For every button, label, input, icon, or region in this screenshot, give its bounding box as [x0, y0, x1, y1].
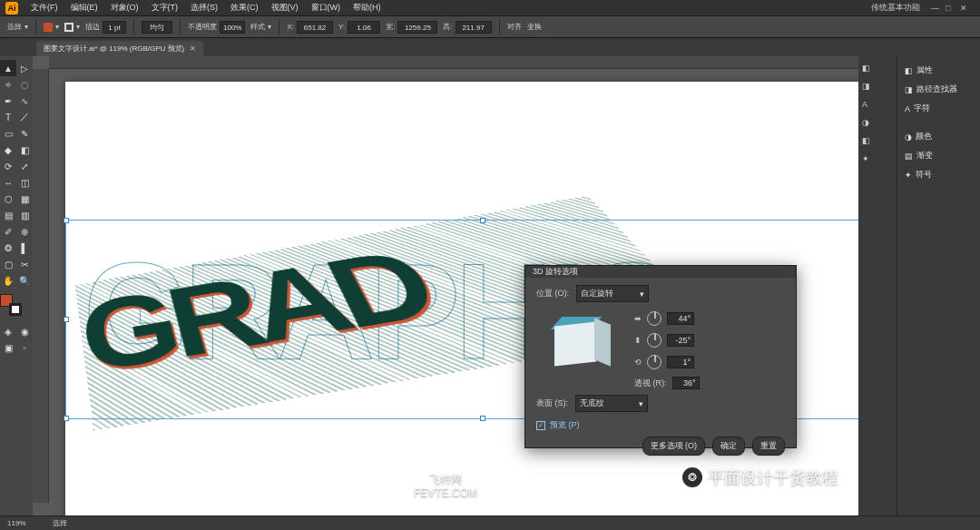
- menu-window[interactable]: 窗口(W): [306, 0, 347, 15]
- z-angle-input[interactable]: 1°: [667, 356, 694, 368]
- width-tool[interactable]: ↔: [0, 174, 16, 191]
- panel-icon-properties[interactable]: ◧: [858, 60, 897, 76]
- stroke-swatch[interactable]: [64, 23, 74, 32]
- rectangle-tool[interactable]: ▭: [0, 125, 16, 142]
- gradient-tool[interactable]: ▥: [16, 207, 33, 223]
- 3d-cube-preview[interactable]: [544, 311, 616, 384]
- type-tool[interactable]: T: [0, 109, 16, 125]
- reset-button[interactable]: 重置: [752, 437, 785, 456]
- dialog-titlebar[interactable]: 3D 旋转选项: [525, 266, 796, 278]
- horizontal-ruler[interactable]: [49, 56, 858, 69]
- handle-b[interactable]: [480, 416, 485, 421]
- status-info: 选择: [53, 518, 67, 528]
- menu-type[interactable]: 文字(T): [146, 0, 184, 15]
- curvature-tool[interactable]: ∿: [16, 93, 33, 109]
- opacity-input[interactable]: 100%: [220, 21, 245, 34]
- free-transform-tool[interactable]: ◫: [16, 174, 33, 191]
- panel-pathfinder[interactable]: ◨路径查找器: [903, 81, 975, 98]
- menu-object[interactable]: 对象(O): [105, 0, 144, 15]
- draw-normal-mode[interactable]: ◈: [0, 323, 16, 339]
- selection-tool[interactable]: ▲: [0, 60, 16, 76]
- ok-button[interactable]: 确定: [712, 437, 745, 456]
- surface-select[interactable]: 无底纹▾: [575, 395, 648, 412]
- brush-tool[interactable]: ✎: [16, 125, 33, 142]
- direct-selection-tool[interactable]: ▷: [16, 60, 33, 76]
- panel-character[interactable]: A字符: [903, 100, 975, 117]
- perspective-input[interactable]: 36°: [672, 377, 700, 389]
- panel-icon-character[interactable]: A: [858, 96, 897, 113]
- screen-mode[interactable]: ▣: [0, 339, 16, 356]
- menu-edit[interactable]: 编辑(E): [65, 0, 103, 15]
- fill-swatch[interactable]: [44, 23, 53, 32]
- mesh-tool[interactable]: ▤: [0, 207, 16, 223]
- fill-stroke-indicator[interactable]: [0, 294, 22, 316]
- transform-label[interactable]: 变换: [527, 22, 542, 32]
- line-tool[interactable]: ／: [16, 109, 33, 125]
- hand-tool[interactable]: ✋: [0, 272, 16, 289]
- artboard-tool[interactable]: ▢: [0, 256, 16, 272]
- x-angle-dial[interactable]: [647, 311, 662, 326]
- panel-icon-symbols[interactable]: ✦: [858, 151, 897, 167]
- pen-tool[interactable]: ✒: [0, 93, 16, 109]
- panel-symbols[interactable]: ✦符号: [903, 166, 975, 183]
- menu-view[interactable]: 视图(V): [266, 0, 304, 15]
- menu-file[interactable]: 文件(F): [25, 0, 64, 15]
- zoom-input[interactable]: 119%: [7, 519, 42, 527]
- vertical-ruler[interactable]: [33, 69, 49, 503]
- stroke-color-box[interactable]: [9, 303, 22, 316]
- h-input[interactable]: 211.97: [456, 21, 492, 34]
- panel-properties[interactable]: ◧属性: [903, 62, 975, 79]
- draw-behind-mode[interactable]: ◉: [16, 323, 33, 339]
- panel-color[interactable]: ◑颜色: [903, 128, 975, 145]
- handle-tl[interactable]: [64, 218, 69, 223]
- position-select[interactable]: 自定旋转▾: [576, 285, 649, 302]
- handle-bl[interactable]: [64, 416, 69, 421]
- rotate-tool[interactable]: ⟳: [0, 158, 16, 174]
- blend-tool[interactable]: ⊕: [16, 223, 33, 240]
- close-tab-icon[interactable]: ✕: [190, 44, 196, 53]
- preview-checkbox[interactable]: ✓: [536, 421, 545, 430]
- options-bar: 选择▾ ▾ ▾ 描边1 pt 均匀 不透明度100% 样式▾ X:651.82 …: [0, 16, 980, 38]
- shape-builder-tool[interactable]: ⬡: [0, 191, 16, 207]
- z-angle-dial[interactable]: [647, 355, 662, 369]
- stroke-weight-input[interactable]: 1 pt: [103, 21, 126, 34]
- x-angle-input[interactable]: 44°: [667, 312, 694, 325]
- stroke-profile[interactable]: 均匀: [142, 21, 172, 34]
- y-input[interactable]: 1.06: [348, 21, 380, 34]
- zoom-tool[interactable]: 🔍: [16, 272, 33, 289]
- handle-t[interactable]: [480, 218, 485, 223]
- eyedropper-tool[interactable]: ✐: [0, 223, 16, 240]
- close-button[interactable]: ✕: [960, 4, 969, 13]
- perspective-grid-tool[interactable]: ▦: [16, 191, 33, 207]
- align-label[interactable]: 对齐: [507, 22, 522, 32]
- canvas-viewport[interactable]: GRAPHIC GRAD 3D 旋转选项 位置 (O): 自定旋转▾: [33, 56, 858, 515]
- change-screen-mode[interactable]: ▫: [16, 339, 33, 356]
- menu-effect[interactable]: 效果(C): [225, 0, 264, 15]
- handle-l[interactable]: [64, 317, 69, 322]
- main-area: ▲▷ ✧◌ ✒∿ T／ ▭✎ ◆◧ ⟳⤢ ↔◫ ⬡▦ ▤▥ ✐⊕ ❂▌ ▢✂ ✋…: [0, 56, 980, 515]
- magic-wand-tool[interactable]: ✧: [0, 76, 16, 93]
- document-tab[interactable]: 图案文字设计.ai* @ 119% (RGB/GPU 预览) ✕: [36, 41, 203, 56]
- more-options-button[interactable]: 更多选项 (O): [642, 437, 706, 456]
- panel-icon-color[interactable]: ◑: [858, 114, 897, 131]
- w-input[interactable]: 1259.25: [397, 21, 437, 34]
- panel-icon-gradient[interactable]: ◧: [858, 132, 897, 149]
- panel-gradient[interactable]: ▤渐变: [903, 147, 975, 164]
- minimize-button[interactable]: —: [931, 4, 940, 13]
- menu-select[interactable]: 选择(S): [185, 0, 223, 15]
- panel-icon-pathfinder[interactable]: ◨: [858, 78, 897, 94]
- eraser-tool[interactable]: ◧: [16, 142, 33, 158]
- slice-tool[interactable]: ✂: [16, 256, 33, 272]
- y-angle-dial[interactable]: [647, 333, 662, 348]
- menu-help[interactable]: 帮助(H): [348, 0, 387, 15]
- shaper-tool[interactable]: ◆: [0, 142, 16, 158]
- symbol-sprayer-tool[interactable]: ❂: [0, 240, 16, 256]
- column-graph-tool[interactable]: ▌: [16, 240, 33, 256]
- scale-tool[interactable]: ⤢: [16, 158, 33, 174]
- 3d-rotate-dialog[interactable]: 3D 旋转选项 位置 (O): 自定旋转▾ ⬌44° ⬍-25° ⟲1°: [524, 265, 797, 448]
- workspace-title[interactable]: 传统基本功能: [871, 2, 929, 14]
- maximize-button[interactable]: □: [946, 4, 955, 13]
- lasso-tool[interactable]: ◌: [16, 76, 33, 93]
- y-angle-input[interactable]: -25°: [667, 334, 694, 347]
- x-input[interactable]: 651.82: [297, 21, 333, 34]
